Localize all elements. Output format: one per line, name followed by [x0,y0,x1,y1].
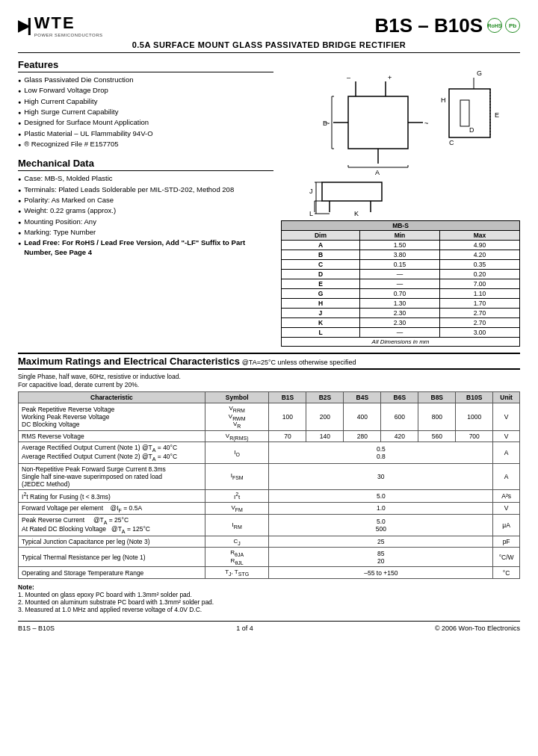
min-cell: — [359,279,439,289]
dimension-table: MB-S Dim Min Max A1.504.90B3.804.20C0.15… [281,220,520,347]
sym-cell: TJ, TSTG [205,567,269,579]
svg-text:A: A [375,169,380,176]
mech-item: Marking: Type Number [18,228,273,237]
mech-item-bold: Lead Free: For RoHS / Lead Free Version,… [18,238,273,257]
logo-area: ▶| WTE POWER SEMICONDUCTORS [18,13,103,37]
note-3: 3. Measured at 1.0 MHz and applied rever… [18,606,520,613]
electrical-table: Characteristic Symbol B1S B2S B4S B6S B8… [18,391,520,579]
val-cell: 140 [306,430,344,442]
feature-item: Designed for Surface Mount Application [18,118,273,127]
footer-center: 1 of 4 [236,625,253,632]
mech-item: Mounting Position: Any [18,217,273,226]
dim-cell: L [282,328,360,338]
mechanical-list: Case: MB-S, Molded Plastic Terminals: Pl… [18,174,273,257]
feature-item: High Surge Current Capability [18,108,273,117]
col-min: Min [359,231,439,241]
max-cell: 1.70 [439,299,519,309]
svg-text:J: J [309,188,313,195]
char-cell: Operating and Storage Temperature Range [19,567,205,579]
unit-cell: V [493,430,520,442]
min-cell: 2.30 [359,318,439,328]
table-row: Peak Reverse Current @TA = 25°C At Rated… [19,515,520,536]
val-cell: 560 [418,430,456,442]
feature-item: Glass Passivated Die Construction [18,75,273,84]
val-cell: 280 [344,430,381,442]
badges: RoHS Pb [487,18,520,33]
unit-cell: V [493,502,520,515]
col-characteristic: Characteristic [19,392,205,403]
min-cell: 3.80 [359,250,439,260]
val-cell: 200 [306,403,344,431]
min-cell: 0.15 [359,260,439,270]
max-cell: 2.70 [439,318,519,328]
char-cell: Typical Junction Capacitance per leg (No… [19,536,205,548]
svg-text:L: L [309,210,313,216]
min-cell: 1.50 [359,241,439,250]
footer-left: B1S – B10S [18,625,55,632]
logo-symbol: ▶| [18,15,30,36]
min-cell: 1.30 [359,299,439,309]
sym-cell: VRRM VRWM VR [205,403,269,431]
col-b6s: B6S [381,392,418,403]
dim-cell: E [282,279,360,289]
char-cell: Peak Reverse Current @TA = 25°C At Rated… [19,515,205,536]
unit-cell: A [493,442,520,463]
val-cell-span: 5.0 [269,489,493,502]
svg-text:~: ~ [424,120,428,127]
dim-table-row: H1.301.70 [282,299,520,309]
subtitle: 0.5A SURFACE MOUNT GLASS PASSIVATED BRID… [18,40,520,53]
svg-rect-27 [322,182,382,201]
val-cell-span: 0.50.8 [269,442,493,463]
val-cell-span: –55 to +150 [269,567,493,579]
dim-cell: J [282,309,360,318]
svg-text:G: G [477,69,482,77]
table-row: Typical Thermal Resistance per leg (Note… [19,548,520,567]
val-cell-span: 8520 [269,548,493,567]
dim-cell: C [282,260,360,270]
feature-item: Low Forward Voltage Drop [18,86,273,95]
unit-cell: μA [493,515,520,536]
max-ratings-title: Maximum Ratings and Electrical Character… [18,356,240,367]
feature-item: ® Recognized File # E157705 [18,140,273,149]
single-phase-note: Single Phase, half wave, 60Hz, resistive… [18,373,520,380]
mech-item: Weight: 0.22 grams (approx.) [18,206,273,215]
char-cell: Peak Repetitive Reverse Voltage Working … [19,403,205,431]
svg-text:–: – [347,74,350,81]
val-cell: 420 [381,430,418,442]
dim-table-row: D—0.20 [282,270,520,279]
col-b10s: B10S [456,392,493,403]
col-b4s: B4S [344,392,381,403]
unit-cell: pF [493,536,520,548]
col-dim: Dim [282,231,360,241]
min-cell: 2.30 [359,309,439,318]
val-cell: 400 [344,403,381,431]
features-title: Features [18,59,273,72]
dim-table-row: E—7.00 [282,279,520,289]
mech-item: Terminals: Plated Leads Solderable per M… [18,185,273,194]
pb-badge: Pb [505,18,520,33]
unit-cell: A²s [493,489,520,502]
unit-cell: °C [493,567,520,579]
col-max: Max [439,231,519,241]
col-b8s: B8S [418,392,456,403]
diagram-area: + – ~ ~ A B [281,59,520,216]
unit-cell: A [493,463,520,489]
svg-text:E: E [495,111,499,119]
elec-table-body: Peak Repetitive Reverse Voltage Working … [19,403,520,579]
table-row: Typical Junction Capacitance per leg (No… [19,536,520,548]
min-cell: — [359,328,439,338]
dim-cell: A [282,241,360,250]
svg-text:C: C [449,139,454,146]
sym-cell: I2t [205,489,269,502]
max-cell: 0.20 [439,270,519,279]
mech-item: Polarity: As Marked on Case [18,196,273,205]
sym-cell: IRM [205,515,269,536]
svg-text:+: + [388,74,392,81]
max-cell: 3.00 [439,328,519,338]
svg-rect-0 [348,96,408,149]
sym-cell: IFSM [205,463,269,489]
col-b2s: B2S [306,392,344,403]
notes-title: Note: [18,583,520,591]
val-cell: 100 [269,403,306,431]
mech-item: Case: MB-S, Molded Plastic [18,174,273,183]
